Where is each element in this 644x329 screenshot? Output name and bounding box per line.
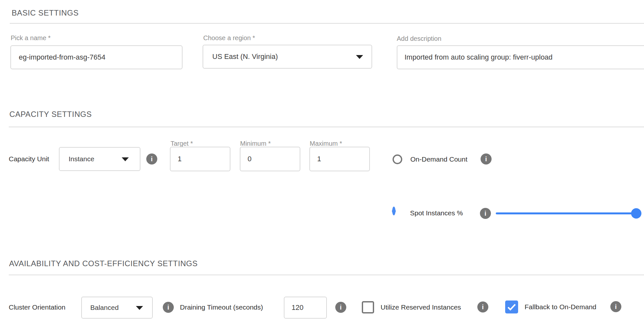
radio-dot [392,209,396,213]
draining-timeout-label: Draining Timeout (seconds) [180,303,263,312]
info-icon[interactable]: i [480,208,491,219]
cluster-orientation-select-value: Balanced [90,304,119,312]
info-icon[interactable]: i [163,302,174,313]
spot-instances-radio[interactable] [392,207,395,215]
maximum-input[interactable] [309,147,370,171]
minimum-input[interactable] [240,147,300,171]
info-icon[interactable]: i [477,301,488,312]
minimum-field-label: Minimum * [240,140,271,147]
section-title-capacity: CAPACITY SETTINGS [9,110,92,119]
region-select-value: US East (N. Virginia) [212,52,278,61]
description-input[interactable] [397,45,644,69]
cluster-orientation-select[interactable]: Balanced [81,297,153,319]
target-input[interactable] [170,147,230,171]
name-input[interactable] [10,45,183,69]
section-divider [9,127,644,127]
draining-timeout-input[interactable] [284,297,327,319]
capacity-unit-select-value: Instance [69,155,94,163]
slider-thumb[interactable] [631,208,641,219]
region-field-label: Choose a region * [203,34,255,42]
info-icon[interactable]: i [481,153,492,164]
region-select[interactable]: US East (N. Virginia) [203,45,372,69]
capacity-unit-select[interactable]: Instance [59,147,140,171]
section-title-availability: AVAILABILITY AND COST-EFFICIENCY SETTING… [9,259,198,268]
description-field-label: Add description [397,35,441,42]
info-icon[interactable]: i [146,153,157,164]
fallback-on-demand-label: Fallback to On-Demand [525,303,596,311]
chevron-down-icon [136,306,143,310]
on-demand-count-label: On-Demand Count [410,155,467,164]
target-field-label: Target * [171,140,193,147]
maximum-field-label: Maximum * [310,140,342,147]
utilize-reserved-instances-label: Utilize Reserved Instances [381,303,461,312]
spot-percentage-slider[interactable] [496,212,636,214]
chevron-down-icon [356,55,363,59]
section-title-basic: BASIC SETTINGS [12,8,79,17]
name-field-label: Pick a name * [11,34,50,42]
spot-instances-label: Spot Instances % [410,209,463,217]
section-divider [10,23,644,24]
utilize-reserved-instances-checkbox[interactable] [362,301,374,313]
cluster-orientation-label: Cluster Orientation [9,303,65,312]
on-demand-count-radio[interactable] [393,154,402,164]
info-icon[interactable]: i [610,301,621,312]
chevron-down-icon [122,157,129,161]
capacity-unit-label: Capacity Unit [9,155,49,163]
fallback-on-demand-checkbox[interactable] [505,301,518,313]
checkmark-icon [507,304,516,311]
section-divider [9,275,644,275]
elastigroup-settings-form: BASIC SETTINGS Pick a name * Choose a re… [0,0,644,329]
info-icon[interactable]: i [335,302,346,313]
